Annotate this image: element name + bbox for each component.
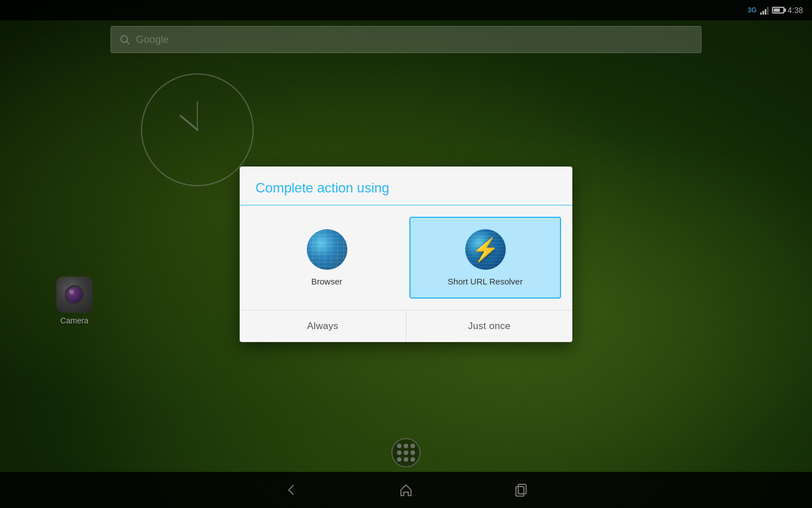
url-resolver-globe: ⚡ bbox=[465, 229, 506, 270]
browser-globe-icon bbox=[307, 229, 347, 270]
complete-action-dialog: Complete action using Browser ⚡ Short UR… bbox=[240, 167, 572, 342]
dialog-header: Complete action using bbox=[240, 167, 572, 205]
browser-icon bbox=[307, 229, 347, 270]
dialog-footer: Always Just once bbox=[240, 310, 572, 342]
dialog-title: Complete action using bbox=[255, 180, 389, 195]
browser-name: Browser bbox=[311, 277, 342, 286]
url-resolver-name: Short URL Resolver bbox=[448, 277, 523, 286]
url-resolver-option[interactable]: ⚡ Short URL Resolver bbox=[409, 217, 561, 299]
dialog-content: Browser ⚡ Short URL Resolver bbox=[240, 205, 572, 310]
browser-option[interactable]: Browser bbox=[251, 217, 403, 299]
just-once-button[interactable]: Just once bbox=[407, 310, 573, 342]
always-button[interactable]: Always bbox=[240, 310, 407, 342]
modal-overlay: Complete action using Browser ⚡ Short UR… bbox=[0, 0, 812, 508]
url-resolver-icon: ⚡ bbox=[465, 229, 506, 270]
lightning-icon: ⚡ bbox=[471, 238, 500, 261]
